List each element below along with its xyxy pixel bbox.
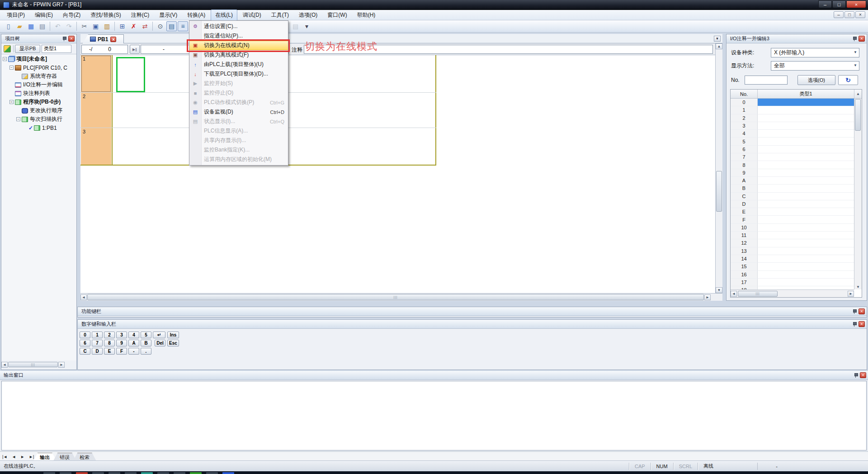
tree-display-settings-icon[interactable] [4,45,11,52]
copy-icon[interactable]: ▣ [90,21,101,31]
new-file-icon[interactable]: ▯ [3,21,14,31]
tree-item-plc[interactable]: −PLC[FP0R C10, C [1,63,76,72]
scroll-left-icon[interactable]: ◄ [1,362,8,368]
key--[interactable]: - [128,348,139,355]
tab-nav-icon-0[interactable]: |◄ [0,453,9,460]
io-row-comment[interactable] [758,200,854,208]
scroll-down-icon[interactable]: ▼ [854,285,862,289]
run-pause-button[interactable]: ▶∥ [130,45,140,54]
scroll-thumb[interactable] [716,171,722,212]
menu-item-download-to-plc[interactable]: ↓下载至PLC(项目整体)(D)... [189,69,288,79]
output-window-content[interactable] [1,381,867,450]
cut-icon[interactable]: ✂ [79,21,90,31]
pin-icon[interactable] [852,36,857,41]
convert-icon[interactable]: ⇄ [140,21,150,31]
taskbar-icon-10[interactable] [206,472,218,474]
taskbar-icon-6[interactable] [141,472,153,474]
key-del[interactable]: Del [155,340,165,346]
scroll-thumb[interactable] [855,99,861,131]
display-method-select[interactable]: 全部 [771,61,859,71]
io-table-row[interactable]: C [731,193,854,200]
menubar-item-edit[interactable]: 编辑(E) [30,9,57,21]
io-table-row[interactable]: B [731,185,854,192]
menubar-item-online[interactable]: 在线(L) [211,9,237,21]
editor-horizontal-scrollbar[interactable]: ◄ ||| ► [80,293,722,301]
close-icon[interactable]: × [68,36,75,42]
io-row-comment[interactable] [758,153,854,161]
rung-block-1[interactable]: 1 [81,55,111,92]
taskbar-icon-2[interactable] [76,472,88,474]
menubar-item-wizard[interactable]: 向导(Z) [58,9,85,21]
expand-icon[interactable]: − [9,66,14,70]
menubar-item-tools[interactable]: 工具(T) [267,9,293,21]
insert-row-icon[interactable]: ⊞ [117,21,127,31]
scroll-thumb[interactable]: ||| [738,291,778,297]
mdi-restore-button[interactable]: □ [844,11,854,18]
scroll-right-icon[interactable]: ► [704,294,711,300]
io-row-comment[interactable] [758,114,854,122]
taskbar-icon-3[interactable] [92,472,104,474]
key-6[interactable]: 6 [80,340,90,346]
menubar-item-debug[interactable]: 调试(D) [238,9,266,21]
scroll-down-icon[interactable]: ▼ [716,287,722,293]
menubar-item-convert[interactable]: 转换(A) [183,9,210,21]
io-table-row[interactable]: 16 [731,271,854,279]
menubar-item-window[interactable]: 窗口(W) [323,9,351,21]
key-A[interactable]: A [128,340,139,346]
io-table-row[interactable]: 4 [731,130,854,137]
key-5[interactable]: 5 [141,332,151,338]
ladder-cursor[interactable] [116,57,145,92]
close-icon[interactable]: × [860,372,866,378]
io-row-comment[interactable] [758,99,854,106]
taskbar-icon-4[interactable] [108,472,120,474]
key-4[interactable]: 4 [128,332,139,338]
expand-icon[interactable]: − [3,57,7,61]
options-button[interactable]: 选项(O) [797,75,835,85]
io-row-comment[interactable] [758,146,854,153]
io-row-comment[interactable] [758,279,854,286]
comment-list-icon[interactable]: ≡ [178,21,188,31]
io-table-row[interactable]: D [731,200,854,208]
scroll-right-icon[interactable]: ► [58,362,65,368]
io-comment-icon[interactable]: ▤ [166,21,177,31]
tree-item-system-register[interactable]: 系统寄存器 [1,72,76,81]
io-table-row[interactable]: 5 [731,137,854,145]
tab-error[interactable]: 错误 [53,453,76,460]
tree-item-exec-order[interactable]: 更改执行顺序 [1,106,76,115]
taskbar-icon-5[interactable] [125,472,137,474]
save-icon[interactable]: ▦ [26,21,36,31]
key-B[interactable]: B [141,340,151,346]
tree-item-pb1[interactable]: ✓1:PB1 [1,123,76,132]
menu-item-device-monitor[interactable]: ▤设备监视(D)Ctrl+D [189,107,288,117]
key-D[interactable]: D [92,348,103,355]
scroll-thumb[interactable]: ||| [8,362,58,367]
pin-icon[interactable] [62,36,66,41]
io-vertical-scrollbar[interactable]: ▼ [854,99,862,289]
key-ins[interactable]: Ins [167,332,179,338]
taskbar-icon-11[interactable] [222,472,234,474]
menu-item-upload-from-plc[interactable]: ↑由PLC上载(项目整体)(U) [189,60,288,69]
step-counter-field[interactable]: -/ 0 [81,45,128,54]
tab-list-icon[interactable]: ▼ [714,36,721,42]
scroll-up-icon[interactable]: ▲ [854,90,862,98]
key-9[interactable]: 9 [116,340,127,346]
io-row-comment[interactable] [758,122,854,130]
close-icon[interactable]: × [859,36,865,42]
print-icon[interactable]: ▤ [37,21,47,31]
io-row-comment[interactable] [758,216,854,223]
pin-icon[interactable] [854,373,858,378]
io-table-row[interactable]: 18 [731,286,854,289]
tree-item-block-comments[interactable]: 块注释列表 [1,89,76,98]
tab-close-icon[interactable]: × [110,37,116,42]
scroll-right-icon[interactable]: ► [848,291,854,297]
key-8[interactable]: 8 [104,340,115,346]
io-table-row[interactable]: 10 [731,224,854,232]
type-select[interactable]: 类型1 [42,45,71,53]
io-row-comment[interactable] [758,271,854,279]
tab-pb1[interactable]: PB1 × [82,34,124,43]
minimize-button[interactable]: – [818,0,832,8]
io-table-row[interactable]: 1 [731,106,854,114]
io-row-comment[interactable] [758,239,854,247]
menubar-item-view[interactable]: 显示(V) [155,9,182,21]
io-row-comment[interactable] [758,255,854,263]
